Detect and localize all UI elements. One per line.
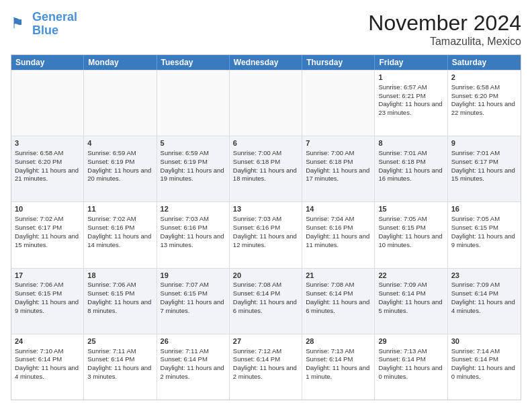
day-number: 4 xyxy=(87,138,152,148)
header-cell-saturday: Saturday xyxy=(448,55,521,70)
page: ⚑ General Blue November 2024 Tamazulita,… xyxy=(0,0,532,411)
cal-cell: 17Sunrise: 7:06 AMSunset: 6:15 PMDayligh… xyxy=(11,269,84,334)
cell-text: Sunrise: 7:12 AM xyxy=(233,347,298,356)
cell-text: Sunset: 6:21 PM xyxy=(378,92,443,101)
cell-text: Sunrise: 7:02 AM xyxy=(87,215,152,224)
cal-cell: 22Sunrise: 7:09 AMSunset: 6:14 PMDayligh… xyxy=(375,269,447,334)
cal-row-4: 24Sunrise: 7:10 AMSunset: 6:14 PMDayligh… xyxy=(11,334,521,400)
cell-text: Sunrise: 7:11 AM xyxy=(161,347,226,356)
cell-text: Sunset: 6:19 PM xyxy=(161,158,226,167)
cell-text: Sunset: 6:18 PM xyxy=(306,158,371,167)
day-number: 3 xyxy=(15,138,80,148)
cell-text: Sunset: 6:17 PM xyxy=(451,158,517,167)
day-number: 17 xyxy=(15,271,80,281)
logo-text: General Blue xyxy=(32,11,77,38)
cell-text: Daylight: 11 hours and 5 minutes. xyxy=(378,298,443,316)
cell-text: Sunrise: 6:58 AM xyxy=(451,83,517,92)
cell-text: Daylight: 11 hours and 21 minutes. xyxy=(15,167,80,184)
cell-text: Sunset: 6:14 PM xyxy=(451,355,517,364)
cell-text: Sunset: 6:18 PM xyxy=(378,158,443,167)
cal-cell: 15Sunrise: 7:05 AMSunset: 6:15 PMDayligh… xyxy=(375,202,447,267)
cell-text: Sunrise: 7:05 AM xyxy=(378,215,443,224)
day-number: 26 xyxy=(161,336,226,347)
svg-text:⚑: ⚑ xyxy=(11,15,24,32)
cell-text: Daylight: 11 hours and 11 minutes. xyxy=(306,232,371,250)
cell-text: Sunrise: 7:10 AM xyxy=(15,347,80,356)
cell-text: Sunrise: 7:08 AM xyxy=(306,281,371,289)
cal-cell: 5Sunrise: 6:59 AMSunset: 6:19 PMDaylight… xyxy=(157,136,230,201)
cal-cell: 29Sunrise: 7:13 AMSunset: 6:14 PMDayligh… xyxy=(375,334,447,400)
cell-text: Daylight: 11 hours and 6 minutes. xyxy=(306,298,371,316)
cell-text: Sunset: 6:14 PM xyxy=(87,355,152,364)
day-number: 30 xyxy=(451,336,517,347)
day-number: 8 xyxy=(378,138,443,148)
cell-text: Daylight: 11 hours and 13 minutes. xyxy=(161,232,226,250)
cell-text: Sunset: 6:16 PM xyxy=(233,224,298,232)
cell-text: Sunrise: 7:14 AM xyxy=(451,347,517,356)
cell-text: Sunrise: 7:02 AM xyxy=(15,215,80,224)
cell-text: Sunset: 6:14 PM xyxy=(306,289,371,298)
cell-text: Sunset: 6:15 PM xyxy=(451,224,517,232)
title-section: November 2024 Tamazulita, Mexico xyxy=(368,11,521,48)
cell-text: Sunset: 6:19 PM xyxy=(87,158,152,167)
logo-line2: Blue xyxy=(32,24,77,38)
cell-text: Sunset: 6:14 PM xyxy=(451,289,517,298)
cal-cell: 26Sunrise: 7:11 AMSunset: 6:14 PMDayligh… xyxy=(157,334,230,400)
day-number: 15 xyxy=(378,204,443,214)
cal-cell: 13Sunrise: 7:03 AMSunset: 6:16 PMDayligh… xyxy=(230,202,302,267)
cell-text: Sunrise: 7:07 AM xyxy=(161,281,226,289)
cell-text: Daylight: 11 hours and 10 minutes. xyxy=(378,232,443,250)
cal-cell xyxy=(157,71,230,136)
cell-text: Daylight: 11 hours and 22 minutes. xyxy=(451,100,517,118)
cell-text: Sunrise: 7:09 AM xyxy=(378,281,443,289)
cell-text: Sunset: 6:16 PM xyxy=(161,224,226,232)
cell-text: Daylight: 11 hours and 19 minutes. xyxy=(161,167,226,184)
cal-cell: 23Sunrise: 7:09 AMSunset: 6:14 PMDayligh… xyxy=(448,269,521,334)
cell-text: Daylight: 11 hours and 20 minutes. xyxy=(87,167,152,184)
cell-text: Daylight: 11 hours and 1 minute. xyxy=(306,364,371,381)
cell-text: Daylight: 11 hours and 2 minutes. xyxy=(161,364,226,381)
cell-text: Sunset: 6:14 PM xyxy=(233,289,298,298)
cell-text: Daylight: 11 hours and 16 minutes. xyxy=(378,167,443,184)
cell-text: Sunrise: 7:00 AM xyxy=(306,149,371,158)
cal-row-0: 1Sunrise: 6:57 AMSunset: 6:21 PMDaylight… xyxy=(11,70,521,136)
cell-text: Daylight: 11 hours and 8 minutes. xyxy=(87,298,152,316)
cal-cell: 25Sunrise: 7:11 AMSunset: 6:14 PMDayligh… xyxy=(84,334,157,400)
cell-text: Sunrise: 6:59 AM xyxy=(161,149,226,158)
cell-text: Sunrise: 7:01 AM xyxy=(451,149,517,158)
day-number: 20 xyxy=(233,271,298,281)
cell-text: Sunrise: 7:08 AM xyxy=(233,281,298,289)
logo-icon: ⚑ xyxy=(11,15,30,34)
cal-cell: 11Sunrise: 7:02 AMSunset: 6:16 PMDayligh… xyxy=(84,202,157,267)
cal-row-2: 10Sunrise: 7:02 AMSunset: 6:17 PMDayligh… xyxy=(11,201,521,267)
cell-text: Daylight: 11 hours and 7 minutes. xyxy=(161,298,226,316)
cell-text: Daylight: 11 hours and 15 minutes. xyxy=(15,232,80,250)
cal-cell: 30Sunrise: 7:14 AMSunset: 6:14 PMDayligh… xyxy=(448,334,521,400)
cell-text: Sunrise: 7:04 AM xyxy=(306,215,371,224)
calendar-body: 1Sunrise: 6:57 AMSunset: 6:21 PMDaylight… xyxy=(11,70,521,400)
day-number: 5 xyxy=(161,138,226,148)
cal-cell: 24Sunrise: 7:10 AMSunset: 6:14 PMDayligh… xyxy=(11,334,84,400)
day-number: 9 xyxy=(451,138,517,148)
cell-text: Daylight: 11 hours and 4 minutes. xyxy=(451,298,517,316)
cell-text: Sunrise: 7:13 AM xyxy=(378,347,443,356)
cal-cell: 16Sunrise: 7:05 AMSunset: 6:15 PMDayligh… xyxy=(448,202,521,267)
day-number: 25 xyxy=(87,336,152,347)
cell-text: Daylight: 11 hours and 6 minutes. xyxy=(233,298,298,316)
cal-row-1: 3Sunrise: 6:58 AMSunset: 6:20 PMDaylight… xyxy=(11,136,521,201)
subtitle: Tamazulita, Mexico xyxy=(368,36,521,48)
day-number: 22 xyxy=(378,271,443,281)
cell-text: Sunset: 6:15 PM xyxy=(161,289,226,298)
cell-text: Sunrise: 7:13 AM xyxy=(306,347,371,356)
cell-text: Daylight: 11 hours and 14 minutes. xyxy=(87,232,152,250)
cell-text: Sunset: 6:14 PM xyxy=(378,289,443,298)
header-cell-monday: Monday xyxy=(84,55,157,70)
cell-text: Sunrise: 7:03 AM xyxy=(233,215,298,224)
cell-text: Daylight: 11 hours and 23 minutes. xyxy=(378,100,443,118)
cal-cell: 12Sunrise: 7:03 AMSunset: 6:16 PMDayligh… xyxy=(157,202,230,267)
cal-cell: 9Sunrise: 7:01 AMSunset: 6:17 PMDaylight… xyxy=(448,136,521,201)
day-number: 28 xyxy=(306,336,371,347)
cell-text: Sunrise: 7:00 AM xyxy=(233,149,298,158)
cell-text: Daylight: 11 hours and 9 minutes. xyxy=(451,232,517,250)
day-number: 13 xyxy=(233,204,298,214)
